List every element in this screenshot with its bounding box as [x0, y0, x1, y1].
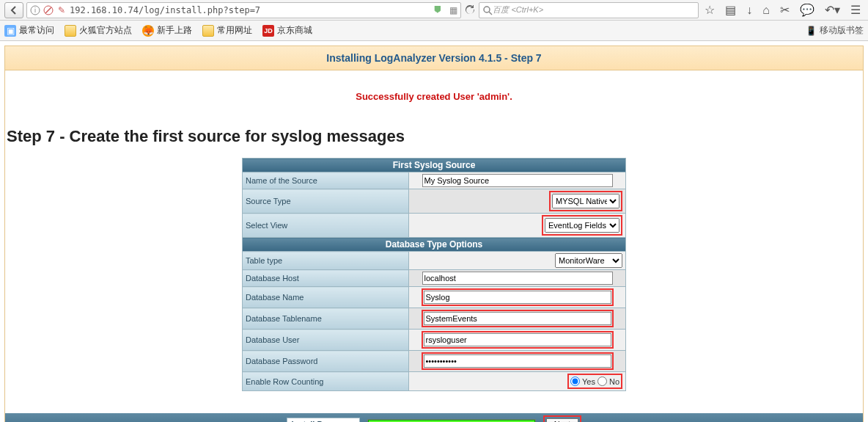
search-icon [482, 5, 493, 15]
section-header-db: Database Type Options [243, 238, 626, 252]
chat-icon[interactable]: 💬 [800, 3, 814, 17]
config-table: First Syslog Source Name of the Source S… [242, 158, 626, 391]
section-header-source: First Syslog Source [243, 159, 626, 172]
bookmark-jd[interactable]: JD 京东商城 [262, 24, 312, 37]
label-db-table: Database Tablename [243, 308, 409, 330]
toolbar-icons: ☆ ▤ ↓ ⌂ ✂ 💬 ↶▾ ☰ [702, 3, 864, 17]
info-icon[interactable]: i [30, 5, 40, 15]
reader-icon[interactable]: ▤ [725, 3, 736, 17]
progress-label: Install Progress: [287, 418, 360, 422]
select-view[interactable]: EventLog Fields [545, 218, 619, 233]
input-db-pass[interactable] [424, 354, 611, 368]
undo-dropdown-icon[interactable]: ↶▾ [825, 3, 840, 17]
label-select-view: Select View [243, 214, 409, 238]
step-heading: Step 7 - Create the first source for sys… [5, 123, 863, 153]
select-table-type[interactable]: MonitorWare [555, 253, 622, 268]
row-counting-group: Yes No [567, 374, 622, 389]
clip-icon[interactable]: ✂ [780, 3, 790, 17]
bookmark-label: 京东商城 [277, 24, 312, 37]
label-db-user: Database User [243, 330, 409, 351]
label-db-name: Database Name [243, 287, 409, 308]
arrow-left-icon [10, 6, 18, 15]
bookmark-label: 常用网址 [217, 24, 252, 37]
search-placeholder: 百度 <Ctrl+K> [493, 4, 695, 15]
input-db-name[interactable] [424, 291, 611, 304]
radio-yes[interactable] [570, 376, 580, 386]
input-db-table[interactable] [424, 312, 611, 325]
select-source-type[interactable]: MYSQL Native [552, 194, 619, 208]
label-table-type: Table type [243, 252, 409, 270]
browser-toolbar: i ✎ 192.168.10.74/log/install.php?step=7… [0, 0, 868, 21]
bookmarks-bar: ▣ 最常访问 火狐官方站点 🦊 新手上路 常用网址 JD 京东商城 📱 移动版书… [0, 21, 868, 41]
input-db-host[interactable] [422, 272, 613, 285]
folder-icon [202, 25, 214, 37]
progress-row: Install Progress: Next [5, 413, 863, 422]
label-row-counting: Enable Row Counting [243, 372, 409, 391]
svg-text:i: i [34, 7, 36, 14]
url-text: 192.168.10.74/log/install.php?step=7 [70, 5, 430, 15]
label-db-pass: Database Password [243, 351, 409, 372]
menu-icon[interactable]: ☰ [850, 3, 861, 17]
svg-point-3 [484, 7, 490, 12]
radio-no-label: No [609, 377, 619, 386]
label-name: Name of the Source [243, 172, 409, 189]
mobile-bookmarks[interactable]: 📱 移动版书签 [806, 24, 864, 37]
bookmark-star-icon[interactable]: ☆ [705, 3, 715, 17]
lego-icon[interactable]: ✎ [56, 5, 67, 15]
radio-no[interactable] [597, 376, 607, 386]
mobile-bookmarks-label: 移动版书签 [820, 24, 864, 37]
search-bar[interactable]: 百度 <Ctrl+K> [479, 2, 699, 18]
folder-icon [65, 25, 76, 37]
progress-track [367, 419, 536, 422]
next-button[interactable]: Next [546, 418, 579, 422]
label-db-host: Database Host [243, 270, 409, 287]
bookmark-common-urls[interactable]: 常用网址 [202, 24, 252, 37]
page-content: Installing LogAnalyzer Version 4.1.5 - S… [4, 46, 864, 422]
success-message: Successfully created User 'admin'. [5, 70, 863, 123]
mobile-icon: 📱 [806, 26, 817, 36]
firefox-icon: 🦊 [142, 25, 154, 37]
bookmark-label: 新手上路 [157, 24, 192, 37]
page-title-bar: Installing LogAnalyzer Version 4.1.5 - S… [4, 46, 864, 70]
label-source-type: Source Type [243, 189, 409, 214]
noscript-icon[interactable] [43, 5, 54, 15]
radio-yes-label: Yes [582, 377, 595, 386]
input-db-user[interactable] [424, 333, 611, 346]
input-name[interactable] [422, 174, 613, 187]
badge-icon: ▣ [4, 25, 16, 37]
download-icon[interactable]: ↓ [746, 4, 752, 17]
refresh-button[interactable] [464, 4, 476, 16]
bookmark-firefox-official[interactable]: 火狐官方站点 [65, 24, 132, 37]
back-button[interactable] [4, 2, 23, 18]
bookmark-label: 火狐官方站点 [79, 24, 132, 37]
bookmark-mostvisited[interactable]: ▣ 最常访问 [4, 24, 54, 37]
bookmark-getting-started[interactable]: 🦊 新手上路 [142, 24, 192, 37]
home-icon[interactable]: ⌂ [762, 4, 770, 17]
address-bar[interactable]: i ✎ 192.168.10.74/log/install.php?step=7… [26, 2, 461, 18]
jd-icon: JD [262, 25, 274, 37]
shield-icon[interactable]: ⛊ [433, 5, 442, 15]
bookmark-label: 最常访问 [19, 24, 54, 37]
qr-icon[interactable]: ▦ [449, 5, 457, 15]
